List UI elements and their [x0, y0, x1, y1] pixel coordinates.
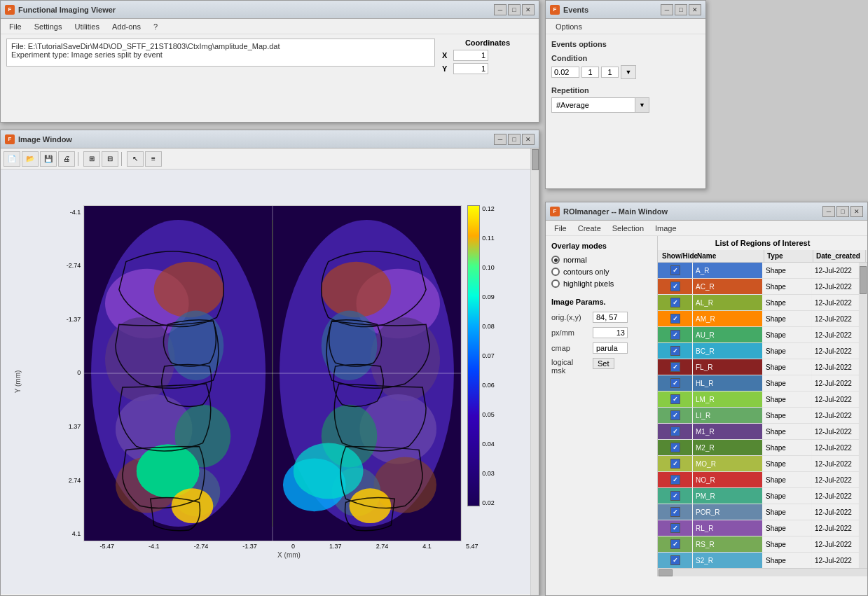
events-minimize-btn[interactable]: ─	[661, 4, 673, 15]
repetition-arrow[interactable]: ▼	[635, 98, 649, 112]
image-close-button[interactable]: ✕	[522, 134, 535, 145]
events-close-btn[interactable]: ✕	[689, 4, 701, 15]
coord-y-input[interactable]	[453, 63, 488, 74]
radio-normal[interactable]: normal	[551, 256, 652, 264]
roi-checkbox[interactable]: ✓	[670, 459, 680, 469]
colorbar-gradient	[467, 205, 480, 506]
toolbar-print-btn[interactable]: 🖨	[58, 151, 75, 167]
roi-color-cell: ✓	[658, 391, 693, 407]
col-show-hide: Show/Hide	[659, 250, 694, 262]
roi-type-cell: Shape	[763, 440, 812, 455]
radio-highlight-pixels[interactable]: highlight pixels	[551, 279, 652, 288]
svg-point-5	[154, 261, 224, 317]
table-row: ✓M2_RShape12-Jul-2022	[658, 440, 859, 456]
condition-v1-input[interactable]	[581, 67, 599, 78]
table-row: ✓PM_RShape12-Jul-2022	[658, 488, 859, 504]
roi-minimize-btn[interactable]: ─	[822, 206, 835, 217]
param-pxmm-input[interactable]	[593, 327, 628, 338]
roi-color-cell: ✓	[658, 263, 693, 278]
roi-checkbox[interactable]: ✓	[670, 507, 680, 517]
radio-highlight-label: highlight pixels	[563, 279, 614, 288]
roi-checkbox[interactable]: ✓	[670, 394, 680, 404]
roi-date-cell: 12-Jul-2022	[812, 424, 859, 439]
y-tick-1: -4.1	[59, 209, 81, 216]
condition-value-input[interactable]	[551, 67, 579, 78]
toolbar-save-btn[interactable]: 💾	[40, 151, 57, 167]
roi-checkbox[interactable]: ✓	[670, 265, 680, 275]
condition-dropdown-btn[interactable]: ▼	[621, 65, 636, 79]
toolbar-open-btn[interactable]: 📂	[22, 151, 39, 167]
events-maximize-btn[interactable]: □	[675, 4, 687, 15]
roi-checkbox[interactable]: ✓	[670, 475, 680, 485]
roi-checkbox[interactable]: ✓	[670, 346, 680, 356]
roi-checkbox[interactable]: ✓	[670, 539, 680, 549]
image-minimize-button[interactable]: ─	[494, 134, 507, 145]
menu-help[interactable]: ?	[148, 21, 163, 32]
roi-close-btn[interactable]: ✕	[850, 206, 863, 217]
roi-bottom-scrollbar[interactable]	[658, 568, 867, 576]
cb-label-2: 0.11	[482, 235, 495, 242]
menu-settings[interactable]: Settings	[29, 21, 68, 32]
roi-checkbox[interactable]: ✓	[670, 555, 680, 565]
roi-checkbox[interactable]: ✓	[670, 330, 680, 340]
roi-menu-image[interactable]: Image	[649, 223, 682, 234]
roi-checkbox[interactable]: ✓	[670, 410, 680, 420]
roi-checkbox[interactable]: ✓	[670, 298, 680, 307]
toolbar-new-btn[interactable]: 📄	[4, 151, 20, 167]
roi-menu-file[interactable]: File	[549, 223, 572, 234]
toolbar-tool2-btn[interactable]: ⊟	[102, 151, 118, 167]
roi-scrollbar-thumb[interactable]	[860, 266, 867, 294]
roi-checkbox[interactable]: ✓	[670, 282, 680, 291]
x-tick-6: 1.37	[329, 543, 342, 550]
toolbar-tool1-btn[interactable]: ⊞	[83, 151, 100, 167]
roi-color-cell: ✓	[658, 279, 693, 294]
cb-label-10: 0.03	[482, 470, 495, 477]
roi-name-cell: BC_R	[693, 343, 763, 359]
radio-contours-only[interactable]: contours only	[551, 268, 652, 276]
menu-utilities[interactable]: Utilities	[69, 21, 104, 32]
image-maximize-button[interactable]: □	[508, 134, 521, 145]
brain-image-svg	[83, 205, 462, 541]
roi-checkbox[interactable]: ✓	[670, 491, 680, 501]
maximize-button[interactable]: □	[508, 4, 521, 15]
param-msk-set-btn[interactable]: Set	[593, 358, 614, 369]
roi-checkbox[interactable]: ✓	[670, 427, 680, 436]
events-options-menu[interactable]: Options	[550, 21, 588, 32]
param-msk-row: logical msk Set	[551, 358, 652, 375]
roi-checkbox[interactable]: ✓	[670, 378, 680, 388]
toolbar-pointer-btn[interactable]: ↖	[127, 151, 144, 167]
menu-addons[interactable]: Add-ons	[106, 21, 146, 32]
roi-checkbox[interactable]: ✓	[670, 362, 680, 372]
roi-checkbox[interactable]: ✓	[670, 523, 680, 533]
roi-maximize-btn[interactable]: □	[836, 206, 849, 217]
table-row: ✓AM_RShape12-Jul-2022	[658, 311, 859, 327]
roi-name-cell: AU_R	[693, 327, 763, 342]
roi-menu-create[interactable]: Create	[572, 223, 607, 234]
roi-controls: ─ □ ✕	[822, 206, 863, 217]
roi-name-cell: RS_R	[693, 536, 763, 552]
y-tick-4: 0	[59, 369, 81, 376]
condition-v2-input[interactable]	[601, 67, 619, 78]
roi-checkbox[interactable]: ✓	[670, 314, 680, 324]
roi-color-cell: ✓	[658, 536, 693, 552]
image-scrollbar-v[interactable]	[530, 148, 539, 595]
h-scrollbar-thumb[interactable]	[659, 569, 673, 576]
roi-menu-selection[interactable]: Selection	[607, 223, 649, 234]
roi-scrollbar-v[interactable]	[859, 263, 867, 568]
events-window: F Events ─ □ ✕ Options Events options Co…	[545, 0, 706, 189]
roi-menubar: File Create Selection Image	[546, 221, 867, 236]
close-button[interactable]: ✕	[522, 4, 535, 15]
coord-x-input[interactable]	[453, 50, 488, 61]
minimize-button[interactable]: ─	[494, 4, 507, 15]
roi-name-cell: A_R	[693, 263, 763, 278]
roi-color-cell: ✓	[658, 343, 693, 359]
roi-checkbox[interactable]: ✓	[670, 443, 680, 452]
repetition-dropdown[interactable]: #Average ▼	[551, 97, 649, 113]
toolbar-info-btn[interactable]: ≡	[145, 151, 162, 167]
roi-type-cell: Shape	[763, 536, 812, 552]
roi-date-cell: 12-Jul-2022	[812, 263, 859, 278]
scrollbar-thumb[interactable]	[532, 149, 539, 170]
y-tick-2: -2.74	[59, 262, 81, 269]
menu-file[interactable]: File	[4, 21, 27, 32]
roi-color-cell: ✓	[658, 456, 693, 471]
